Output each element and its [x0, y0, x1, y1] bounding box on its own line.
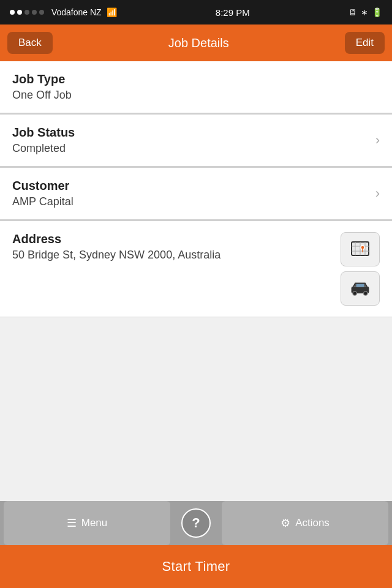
carrier-name: Vodafone NZ [51, 7, 102, 17]
carrier-info: Vodafone NZ 📶 [10, 7, 117, 17]
job-status-chevron: › [375, 132, 380, 148]
start-timer-button[interactable]: Start Timer [0, 545, 392, 588]
help-button[interactable]: ? [174, 501, 218, 545]
signal-dot-5 [39, 10, 44, 15]
address-buttons [341, 232, 380, 306]
battery-icon: 🔋 [372, 7, 382, 17]
customer-value: AMP Capital [12, 195, 380, 208]
job-status-section[interactable]: Job Status Completed › [0, 115, 392, 167]
map-icon [350, 239, 370, 259]
address-value: 50 Bridge St, Sydney NSW 2000, Australia [12, 249, 331, 262]
actions-label: Actions [295, 517, 330, 529]
signal-dot-2 [17, 10, 22, 15]
svg-point-4 [364, 292, 368, 295]
signal-dot-1 [10, 10, 15, 15]
nav-title: Job Details [168, 36, 229, 50]
job-type-label: Job Type [12, 72, 380, 86]
menu-label: Menu [81, 517, 108, 529]
map-button[interactable] [341, 232, 380, 266]
content-area: Job Type One Off Job Job Status Complete… [0, 61, 392, 317]
status-time: 8:29 PM [216, 7, 250, 18]
job-status-label: Job Status [12, 126, 380, 140]
address-text-block: Address 50 Bridge St, Sydney NSW 2000, A… [12, 232, 331, 262]
customer-label: Customer [12, 179, 380, 193]
car-icon [350, 279, 370, 298]
signal-dot-4 [32, 10, 37, 15]
toolbar: ☰ Menu ? ⚙ Actions [0, 501, 392, 545]
status-icons: 🖥 ∗ 🔋 [349, 7, 382, 17]
bluetooth-icon: ∗ [361, 7, 368, 17]
signal-dot-3 [24, 10, 29, 15]
status-bar: Vodafone NZ 📶 8:29 PM 🖥 ∗ 🔋 [0, 0, 392, 24]
screen-icon: 🖥 [349, 7, 357, 17]
menu-icon: ☰ [67, 516, 77, 530]
edit-button[interactable]: Edit [345, 32, 385, 54]
menu-button[interactable]: ☰ Menu [4, 501, 170, 545]
job-type-section: Job Type One Off Job [0, 61, 392, 113]
address-section: Address 50 Bridge St, Sydney NSW 2000, A… [0, 221, 392, 317]
address-label: Address [12, 232, 331, 246]
svg-point-3 [353, 292, 356, 295]
gear-icon: ⚙ [281, 516, 290, 530]
customer-chevron: › [375, 186, 380, 202]
job-type-value: One Off Job [12, 89, 380, 102]
drive-button[interactable] [341, 271, 380, 306]
job-status-value: Completed [12, 142, 380, 155]
actions-button[interactable]: ⚙ Actions [222, 501, 388, 545]
back-button[interactable]: Back [7, 32, 53, 54]
help-circle: ? [181, 508, 211, 538]
help-icon: ? [192, 515, 200, 531]
svg-rect-5 [356, 284, 364, 287]
nav-bar: Back Job Details Edit [0, 24, 392, 61]
customer-section[interactable]: Customer AMP Capital › [0, 168, 392, 220]
